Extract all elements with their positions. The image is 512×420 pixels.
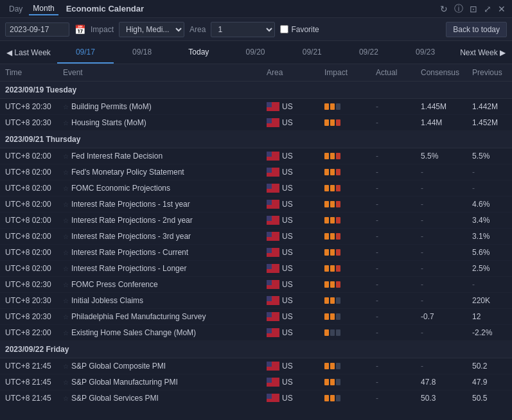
area-text: US xyxy=(282,216,293,225)
star-icon[interactable]: ☆ xyxy=(63,201,69,208)
day-tab-today[interactable]: Today xyxy=(170,41,227,64)
flag-us xyxy=(267,394,279,402)
close-icon[interactable]: ✕ xyxy=(497,3,507,15)
table-row[interactable]: UTC+8 02:00 ☆FOMC Economic Projections U… xyxy=(0,180,512,197)
flag-us xyxy=(267,264,279,273)
back-today-button[interactable]: Back to today xyxy=(446,22,507,37)
cell-impact xyxy=(319,293,371,309)
dash-value: - xyxy=(376,118,378,127)
th-previous: Previous xyxy=(467,64,512,82)
day-tab-09-18[interactable]: 09/18 xyxy=(114,41,170,64)
table-row[interactable]: UTC+8 20:30 ☆Building Permits (MoM) US -… xyxy=(0,99,512,115)
star-icon[interactable]: ☆ xyxy=(63,281,69,288)
cell-value: 1.452M xyxy=(472,118,498,127)
flag-us xyxy=(267,200,279,209)
favorite-checkbox[interactable] xyxy=(280,25,288,33)
cell-actual: - xyxy=(371,213,416,229)
table-row[interactable]: UTC+8 02:00 ☆Fed Interest Rate Decision … xyxy=(0,148,512,164)
star-icon[interactable]: ☆ xyxy=(63,119,69,127)
star-icon[interactable]: ☆ xyxy=(63,217,69,224)
star-icon[interactable]: ☆ xyxy=(63,169,69,176)
area-select[interactable]: 1 xyxy=(211,22,275,37)
view-month-btn[interactable]: Month xyxy=(29,3,58,15)
table-row[interactable]: UTC+8 21:45 ☆S&P Global Composite PMI US… xyxy=(0,358,512,374)
impact-select[interactable]: High, Medi... xyxy=(119,22,184,37)
cell-consensus: - xyxy=(416,358,467,374)
cell-value: 4.6% xyxy=(472,200,490,209)
cell-time: UTC+8 20:30 xyxy=(0,293,58,309)
cell-actual: - xyxy=(371,325,416,341)
cell-time: UTC+8 02:00 xyxy=(0,197,58,213)
cell-value: 47.8 xyxy=(421,378,436,387)
table-row[interactable]: UTC+8 02:00 ☆Fed's Monetary Policy State… xyxy=(0,164,512,180)
date-input[interactable] xyxy=(5,22,69,37)
refresh-icon[interactable]: ↻ xyxy=(439,3,449,15)
table-row[interactable]: UTC+8 20:30 ☆Initial Jobless Claims US -… xyxy=(0,293,512,309)
table-row[interactable]: UTC+8 21:45 ☆S&P Global Services PMI US … xyxy=(0,390,512,403)
cell-impact xyxy=(319,180,371,197)
area-text: US xyxy=(282,296,293,305)
dash-value: - xyxy=(376,232,378,241)
view-day-btn[interactable]: Day xyxy=(5,3,26,15)
table-row[interactable]: UTC+8 02:00 ☆Interest Rate Projections -… xyxy=(0,245,512,261)
star-icon[interactable]: ☆ xyxy=(63,185,69,192)
star-icon[interactable]: ☆ xyxy=(63,153,69,160)
dash-value: - xyxy=(472,168,475,177)
prev-week-btn[interactable]: ◀ Last Week xyxy=(0,46,57,60)
table-row[interactable]: UTC+8 02:00 ☆Interest Rate Projections -… xyxy=(0,213,512,229)
star-icon[interactable]: ☆ xyxy=(63,379,69,386)
table-row[interactable]: UTC+8 02:00 ☆Interest Rate Projections -… xyxy=(0,261,512,277)
star-icon[interactable]: ☆ xyxy=(63,265,69,272)
cell-actual: - xyxy=(371,115,416,131)
star-icon[interactable]: ☆ xyxy=(63,297,69,304)
table-row[interactable]: UTC+8 02:00 ☆Interest Rate Projections -… xyxy=(0,229,512,245)
dash-value: - xyxy=(376,394,378,402)
dash-value: - xyxy=(421,232,423,241)
expand-icon[interactable]: ⤢ xyxy=(482,3,493,15)
view-toggle: Day Month xyxy=(5,3,58,15)
star-icon[interactable]: ☆ xyxy=(63,233,69,240)
top-icons: ↻ ⓘ ⊡ ⤢ ✕ xyxy=(439,2,507,16)
cell-consensus: - xyxy=(416,277,467,293)
day-tab-09-17[interactable]: 09/17 xyxy=(57,41,114,64)
table-row[interactable]: UTC+8 02:30 ☆FOMC Press Conference US - … xyxy=(0,277,512,293)
cell-time: UTC+8 02:30 xyxy=(0,277,58,293)
days-row: 09/1709/18Today09/2009/2109/2209/23 xyxy=(57,41,454,64)
top-bar: Day Month Economic Calendar ↻ ⓘ ⊡ ⤢ ✕ xyxy=(0,0,512,18)
star-icon[interactable]: ☆ xyxy=(63,249,69,256)
cell-value: 50.5 xyxy=(472,394,487,402)
table-row[interactable]: UTC+8 22:00 ☆Existing Home Sales Change … xyxy=(0,325,512,341)
day-tab-09-22[interactable]: 09/22 xyxy=(340,41,397,64)
cell-event: ☆Interest Rate Projections - 2nd year xyxy=(58,213,261,229)
favorite-checkbox-label[interactable]: Favorite xyxy=(280,25,319,34)
next-week-btn[interactable]: Next Week ▶ xyxy=(454,46,512,60)
dash-value: - xyxy=(376,296,378,305)
window-icon[interactable]: ⊡ xyxy=(468,3,479,15)
cell-impact xyxy=(319,390,371,403)
table-row[interactable]: UTC+8 21:45 ☆S&P Global Manufacturing PM… xyxy=(0,374,512,390)
cell-consensus: - xyxy=(416,213,467,229)
calendar-icon[interactable]: 📅 xyxy=(75,24,85,35)
table-container: Time Event Area Impact Actual Consensus … xyxy=(0,64,512,402)
star-icon[interactable]: ☆ xyxy=(63,103,69,110)
cell-previous: 50.2 xyxy=(467,358,512,374)
day-tab-09-23[interactable]: 09/23 xyxy=(397,41,454,64)
cell-event: ☆Interest Rate Projections - 1st year xyxy=(58,197,261,213)
table-row[interactable]: UTC+8 02:00 ☆Interest Rate Projections -… xyxy=(0,197,512,213)
day-tab-09-20[interactable]: 09/20 xyxy=(227,41,283,64)
star-icon[interactable]: ☆ xyxy=(63,329,69,337)
star-icon[interactable]: ☆ xyxy=(63,395,69,402)
table-row[interactable]: UTC+8 20:30 ☆Philadelphia Fed Manufactur… xyxy=(0,309,512,325)
cell-value: 12 xyxy=(472,312,481,321)
dash-value: - xyxy=(421,168,423,177)
area-text: US xyxy=(282,184,293,193)
cell-actual: - xyxy=(371,229,416,245)
info-icon[interactable]: ⓘ xyxy=(453,2,464,16)
cell-time: UTC+8 02:00 xyxy=(0,261,58,277)
star-icon[interactable]: ☆ xyxy=(63,313,69,320)
day-tab-09-21[interactable]: 09/21 xyxy=(284,41,340,64)
cell-previous: 2.5% xyxy=(467,261,512,277)
table-row[interactable]: UTC+8 20:30 ☆Housing Starts (MoM) US - 1… xyxy=(0,115,512,131)
star-icon[interactable]: ☆ xyxy=(63,363,69,370)
cell-value: 5.5% xyxy=(472,152,490,161)
